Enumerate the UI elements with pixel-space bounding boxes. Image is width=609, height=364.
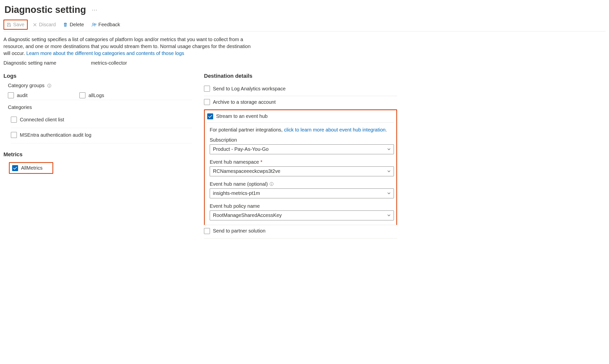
checkbox-storage-account[interactable]: Archive to a storage account: [204, 99, 276, 105]
checkbox-box: [11, 132, 17, 138]
description: A diagnostic setting specifies a list of…: [3, 36, 256, 57]
policy-value: RootManageSharedAccessKey: [213, 212, 282, 218]
hubname-label: Event hub name (optional): [210, 181, 268, 187]
checkbox-box: [204, 86, 210, 92]
policy-label: Event hub policy name: [210, 203, 260, 209]
metrics-heading: Metrics: [3, 151, 192, 158]
checkbox-connected-client-list[interactable]: Connected client list: [11, 117, 64, 123]
svg-rect-5: [271, 184, 272, 185]
checkbox-log-analytics-label: Send to Log Analytics workspace: [213, 86, 286, 92]
description-learn-more-link[interactable]: Learn more about the different log categ…: [26, 51, 184, 56]
destination-details-heading: Destination details: [204, 73, 397, 79]
checkbox-event-hub[interactable]: Stream to an event hub: [207, 113, 268, 119]
feedback-label: Feedback: [98, 22, 120, 27]
namespace-select[interactable]: RCNamespaceeeckcwps3t2ve: [210, 166, 394, 176]
policy-select[interactable]: RootManageSharedAccessKey: [210, 210, 394, 220]
hubname-value: insights-metrics-pt1m: [213, 190, 260, 196]
svg-rect-2: [49, 85, 49, 87]
page-title: Diagnostic setting: [4, 4, 86, 15]
checkbox-box: [207, 113, 213, 119]
checkbox-storage-label: Archive to a storage account: [213, 99, 276, 105]
feedback-icon: [91, 23, 96, 27]
save-label: Save: [13, 22, 25, 27]
info-icon[interactable]: [269, 182, 274, 186]
checkbox-event-hub-label: Stream to an event hub: [216, 113, 268, 119]
checkbox-box: [204, 228, 210, 234]
setting-name-value: metrics-collector: [91, 60, 127, 66]
checkbox-audit-label: audit: [17, 93, 27, 98]
checkbox-connected-client-label: Connected client list: [20, 117, 64, 123]
discard-button[interactable]: Discard: [30, 20, 58, 29]
save-icon: [7, 23, 11, 27]
namespace-value: RCNamespaceeeckcwps3t2ve: [213, 168, 280, 174]
chevron-down-icon: [387, 192, 391, 195]
delete-button[interactable]: Delete: [61, 20, 86, 29]
checkbox-alllogs-label: allLogs: [88, 93, 104, 98]
checkbox-audit[interactable]: audit: [8, 92, 27, 98]
checkbox-partner-solution[interactable]: Send to partner solution: [204, 228, 265, 234]
checkbox-box: [79, 92, 85, 98]
namespace-label: Event hub namespace: [210, 159, 259, 165]
discard-label: Discard: [39, 22, 56, 27]
toolbar: Save Discard Delete Feedback: [3, 20, 606, 31]
chevron-down-icon: [387, 214, 391, 217]
checkbox-box: [204, 99, 210, 105]
checkbox-msentra-audit-log[interactable]: MSEntra authentication audit log: [11, 132, 91, 138]
checkbox-alllogs[interactable]: allLogs: [79, 92, 104, 98]
logs-heading: Logs: [3, 73, 192, 79]
category-groups-label: Category groups: [8, 83, 45, 88]
checkbox-partner-label: Send to partner solution: [213, 228, 265, 234]
categories-label: Categories: [8, 104, 32, 110]
info-icon[interactable]: [47, 83, 51, 88]
subscription-label: Subscription: [210, 137, 237, 143]
svg-point-1: [49, 85, 50, 85]
checkbox-msentra-label: MSEntra authentication audit log: [20, 132, 91, 138]
checkbox-box: [12, 165, 18, 171]
subscription-value: Product - Pay-As-You-Go: [213, 146, 269, 152]
hubname-select[interactable]: insights-metrics-pt1m: [210, 188, 394, 198]
subscription-select[interactable]: Product - Pay-As-You-Go: [210, 144, 394, 154]
checkbox-box: [8, 92, 14, 98]
event-hub-learn-more-link[interactable]: click to learn more about event hub inte…: [284, 127, 387, 132]
close-icon: [33, 23, 37, 27]
chevron-down-icon: [387, 148, 391, 151]
save-button[interactable]: Save: [3, 20, 28, 30]
delete-label: Delete: [70, 22, 84, 27]
checkbox-allmetrics-label: AllMetrics: [21, 165, 43, 171]
feedback-button[interactable]: Feedback: [89, 20, 123, 29]
event-hub-intro-text: For potential partner integrations,: [210, 127, 284, 132]
checkbox-log-analytics[interactable]: Send to Log Analytics workspace: [204, 86, 286, 92]
checkbox-allmetrics[interactable]: AllMetrics: [12, 165, 43, 171]
required-indicator: *: [260, 159, 262, 165]
setting-name-label: Diagnostic setting name: [3, 60, 56, 66]
chevron-down-icon: [387, 170, 391, 173]
checkbox-box: [11, 117, 17, 123]
more-actions-icon[interactable]: ···: [91, 6, 99, 14]
svg-point-4: [271, 183, 272, 183]
delete-icon: [63, 23, 68, 27]
